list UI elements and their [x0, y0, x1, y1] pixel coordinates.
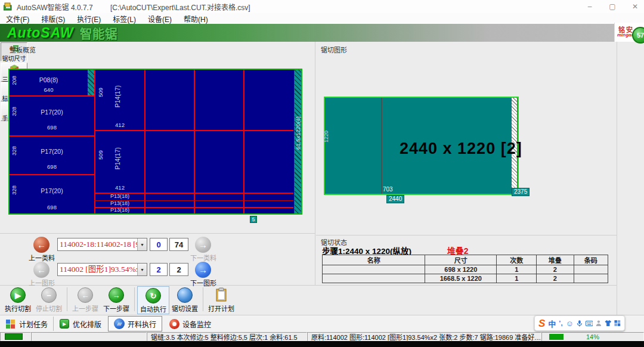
ime-keyboard-icon[interactable] [586, 320, 593, 327]
tab-cutting-execute[interactable]: /// 开料执行 [108, 316, 162, 331]
app-banner: AutoSAW 智能锯 [0, 24, 614, 42]
toolbar-divider [0, 285, 617, 286]
auto-run-button[interactable]: ↻ 自动执行 [137, 286, 169, 314]
tab-device-monitor[interactable]: 设备监控 [163, 315, 216, 332]
dropdown-arrow-icon[interactable]: ▼ [137, 238, 147, 250]
sheet-overview-board: 61.5x1220(4) 208 P08(8) 640 328 P17(20) … [8, 69, 302, 215]
file-path: [C:\AutoCUT\Expert\Last.CUT.对接表格.csv] [110, 4, 250, 12]
ime-menu-grid-icon[interactable] [614, 320, 621, 327]
next-pattern-button[interactable]: → [195, 262, 211, 278]
left-arrow-icon: ← [37, 240, 46, 250]
status-empty-segment [31, 332, 147, 341]
cut-line-horizontal [10, 135, 95, 137]
strip-part-label: P13(18) [99, 194, 141, 199]
maximize-button[interactable]: ▢ [608, 0, 617, 13]
menu-label[interactable]: 标签(L) [107, 14, 142, 24]
dropdown-arrow-icon[interactable]: ▼ [137, 264, 147, 275]
menu-bar: 文件(F) 排版(S) 执行(E) 标签(L) 设备(E) 帮助(H) [0, 13, 644, 24]
window-title: AutoSAW智能锯 4.0.7.7 [C:\AutoCUT\Expert\La… [17, 2, 250, 12]
close-button[interactable]: ✕ [631, 0, 639, 13]
section-height-label: 509 [98, 88, 104, 97]
part-width-label: 698 [10, 205, 94, 210]
next-material-label: 下一类料 [187, 253, 219, 262]
cut-line-vertical [144, 70, 145, 213]
col-times: 次数 [497, 255, 537, 265]
panel-divider-vertical [315, 42, 315, 285]
menu-help[interactable]: 帮助(H) [178, 14, 214, 24]
saw-settings-button[interactable]: 锯切设置 [169, 286, 200, 313]
run-cut-label: 执行切割 [2, 303, 33, 313]
tab-plan-tasks[interactable]: 计划任务 [0, 315, 53, 332]
cut-line-vertical [243, 70, 244, 213]
ime-profile-icon[interactable] [596, 320, 602, 327]
stop-cut-button[interactable]: − 停止切割 [33, 286, 64, 313]
part-width-label: 698 [10, 125, 94, 131]
left-arrow-icon: ← [78, 287, 93, 303]
banner-title-cn: 智能锯 [80, 24, 117, 42]
auto-run-icon: ↻ [145, 288, 161, 303]
right-arrow-icon: → [199, 240, 208, 250]
clipboard-icon [215, 287, 227, 302]
tab-optimize-layout[interactable]: ▶ 优化排版 [54, 315, 107, 332]
col-stack: 堆叠 [537, 255, 574, 265]
menu-device[interactable]: 设备(E) [142, 14, 178, 24]
next-material-button[interactable]: → [195, 237, 211, 253]
cutting-execute-icon: /// [114, 318, 125, 329]
taskbar-strip [0, 341, 644, 347]
cut-line-horizontal [94, 130, 293, 131]
part-label: P14(17) [114, 147, 121, 169]
cell-size: 1668.5 x 1220 [425, 274, 497, 283]
minimize-button[interactable]: – [586, 0, 594, 13]
pattern-combobox[interactable]: 114002 [图形1]93.54%x2 ▼ [57, 263, 147, 276]
table-row[interactable]: 1668.5 x 1220 1 2 [323, 274, 608, 283]
ime-punctuation-icon[interactable]: ’, [559, 320, 562, 327]
cut-position-label: 703 [383, 186, 393, 193]
stop-cut-label: 停止切割 [33, 303, 64, 313]
cut-line-horizontal [10, 174, 95, 175]
plan-tasks-icon [5, 318, 16, 329]
ime-mic-icon[interactable] [577, 320, 583, 327]
part-label: P17(20) [10, 188, 94, 194]
cell-times: 1 [497, 274, 537, 283]
toolbar-separator [203, 287, 203, 311]
status-bar: 锯缝:3.5 本次修边:5 整料修边:5,5 层次:1 余料:61.5 原料:1… [0, 332, 644, 341]
prev-step-button[interactable]: ← 上一步骤 [70, 286, 101, 313]
settings-orb-icon [177, 287, 193, 303]
open-plan-button[interactable]: 打开计划 [206, 286, 237, 313]
toolbar-separator [134, 287, 135, 311]
material-combobox[interactable]: 114002-18:114002-18 [9 ▼ [57, 238, 147, 251]
cut-view-title: 锯切图形 [321, 45, 347, 54]
ime-skin-icon[interactable] [605, 320, 612, 327]
next-step-button[interactable]: → 下一步骤 [101, 286, 132, 313]
run-cut-button[interactable]: ▶ 执行切割 [2, 286, 33, 313]
right-panel-divider [316, 235, 617, 236]
ime-logo[interactable]: S [538, 318, 545, 329]
menu-file[interactable]: 文件(F) [0, 14, 35, 24]
cell-name [323, 274, 425, 283]
ime-emoji-icon[interactable]: ☺ [565, 320, 573, 327]
offcut-size-label: 61.5x1220(4) [295, 116, 301, 150]
menu-layout[interactable]: 排版(S) [35, 14, 71, 24]
material-info-text: 原料:114002 图形:114002 [图形1]93.54%x2 张数:2 步… [311, 332, 541, 341]
left-panel-divider [0, 233, 315, 234]
section-height-label: 509 [98, 150, 104, 160]
ime-language-icon[interactable]: 中 [548, 318, 556, 329]
optimize-layout-icon: ▶ [59, 318, 70, 329]
strip-part-label: P13(18) [99, 201, 141, 206]
left-arrow-icon: ← [37, 265, 46, 275]
saw-settings-label: 锯切设置 [169, 303, 200, 313]
progress-segment: 14% [541, 332, 644, 341]
saw-params-text: 锯缝:3.5 本次修边:5 整料修边:5,5 层次:1 余料:61.5 [151, 332, 298, 341]
right-sidebar [617, 42, 644, 332]
part-width-label: 640 [10, 87, 88, 93]
status-info-segment: 原料:114002 图形:114002 [图形1]93.54%x2 张数:2 步… [307, 332, 541, 341]
sheet-count-badge: 5 [250, 216, 257, 223]
pattern-index-box: 2 [150, 263, 168, 276]
table-row[interactable]: 698 x 1220 1 2 [323, 265, 608, 274]
cut-state-panel: 锯切状态 步骤1:2440 x 1220(纵放) 堆叠2 名称 尺寸 次数 堆叠… [316, 236, 617, 285]
tab-plan-tasks-label: 计划任务 [19, 319, 48, 329]
menu-execute[interactable]: 执行(E) [71, 14, 107, 24]
prev-material-button[interactable]: ← [33, 237, 49, 253]
board-width-badge: 2440 [386, 195, 404, 203]
prev-pattern-button[interactable]: ← [33, 262, 49, 278]
